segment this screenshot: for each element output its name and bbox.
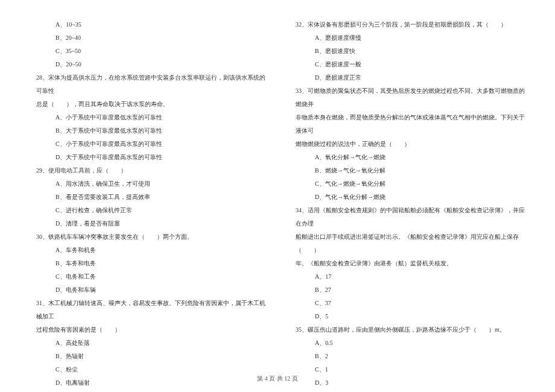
answer-option: B、热辐射	[30, 350, 265, 363]
page-content: A、10~35B、20~40C、35~50D、20~5028、宋体为提高供水压力…	[30, 18, 525, 362]
answer-option: D、大于系统中可靠度最高水泵的可靠性	[30, 151, 265, 164]
answer-option: B、看是否需要改装工具，提高效率	[30, 191, 265, 204]
question-text: 过程危险有害因素的是（ ）	[30, 323, 265, 337]
answer-option: A、0.5	[290, 337, 525, 350]
answer-option: A、高处坠落	[30, 337, 265, 350]
answer-option: C、小于系统中可靠度最高水泵的可靠性	[30, 138, 265, 151]
question-text: 30、铁路机车车辆冲突事故主要发生在（ ）两个方面。	[30, 230, 265, 244]
answer-option: C、磨损速度一般	[290, 58, 525, 71]
question-text: 29、使用电动工具前，应（ ）	[30, 164, 265, 177]
answer-option: B、燃烧→气化→氧化分解	[290, 164, 525, 177]
answer-option: D、气化→氧化分解→燃烧	[290, 191, 525, 204]
answer-option: D、20~50	[30, 58, 265, 71]
answer-option: A、氧化分解→气化→燃烧	[290, 151, 525, 164]
answer-option: A、车务和机务	[30, 244, 265, 257]
answer-option: B、27	[290, 283, 525, 297]
left-column: A、10~35B、20~40C、35~50D、20~5028、宋体为提高供水压力…	[30, 18, 265, 362]
answer-option: C、37	[290, 297, 525, 310]
answer-option: A、磨损速度缓慢	[290, 31, 525, 45]
answer-option: D、磨损速度正常	[290, 71, 525, 84]
answer-option: B、20~40	[30, 31, 265, 45]
question-text: 35、碾压伤山道路时，应由里侧向外侧碾压，距路基边缘不应少于（ ）m。	[290, 323, 525, 337]
question-text: 31、木工机械刀轴转速高、噪声大，容易发生事故。下列危险有害因素中，属于木工机械…	[30, 297, 265, 323]
answer-option: D、清理，看是否有阻塞	[30, 217, 265, 230]
answer-option: B、2	[290, 350, 525, 363]
question-text: 年。《船舶安全检查记录簿》由港务（航）监督机关核发。	[290, 257, 525, 270]
answer-option: B、大于系统中可靠度最低水泵的可靠性	[30, 124, 265, 138]
answer-option: B、磨损速度快	[290, 45, 525, 58]
question-text: 非物质本身在燃烧，而是物质受热分解出的气体或液体蒸气在气相中的燃烧。下列关于液体…	[290, 111, 525, 138]
answer-option: D、电务和车辆	[30, 283, 265, 297]
question-text: 28、宋体为提高供水压力，在给水系统管路中安装多台水泵串联运行，则该供水系统的可…	[30, 71, 265, 98]
answer-option: C、电务和工务	[30, 270, 265, 283]
question-text: 燃物燃烧过程的说法中，正确的是（ ）	[290, 138, 525, 151]
question-text: 36、标志火药能量释放能力的参量是（ ）	[290, 390, 525, 392]
question-text: 总是（ ），而且其寿命取决于该水泵的寿命。	[30, 98, 265, 111]
answer-option: C、气化→燃烧→氧化分解	[290, 177, 525, 191]
answer-option: D、5	[290, 310, 525, 323]
answer-option: C、35~50	[30, 45, 265, 58]
question-text: 34、适用《船舶安全检查规则》的中国籍船舶必须配有《船舶安全检查记录簿》，并应在…	[290, 204, 525, 230]
answer-option: B、车务和电务	[30, 257, 265, 270]
right-column: 32、宋体设备有形磨损可分为三个阶段，第一阶段是初期磨损阶段，其（ ）A、磨损速…	[290, 18, 525, 362]
question-text: 33、可燃物质的聚集状态不同，其受热后所发生的燃烧过程也不同。大多数可燃物质的燃…	[290, 84, 525, 111]
answer-option: A、小于系统中可靠度最低水泵的可靠性	[30, 111, 265, 124]
answer-option: C、进行检查，确保机件正常	[30, 204, 265, 217]
answer-option: A、用水清洗，确保卫生，才可使用	[30, 177, 265, 191]
answer-option: A、17	[290, 270, 525, 283]
page-footer: 第 4 页 共 12 页	[0, 375, 555, 383]
question-text: 32、宋体设备有形磨损可分为三个阶段，第一阶段是初期磨损阶段，其（ ）	[290, 18, 525, 31]
question-text: 船舶进出口岸手续或进出港签证时出示。《船舶安全检查记录簿》用完应在船上保存（ ）	[290, 230, 525, 257]
answer-option: A、10~35	[30, 18, 265, 31]
